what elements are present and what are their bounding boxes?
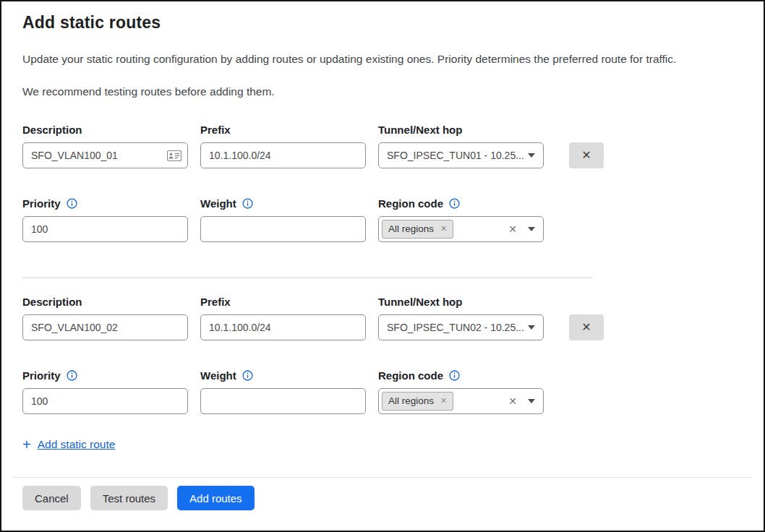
region-tag-label: All regions [388,223,434,234]
description-text-1: Update your static routing configuration… [22,52,743,67]
priority-info-icon[interactable] [67,370,77,381]
priority-input-1[interactable] [22,216,188,242]
weight-info-icon[interactable] [242,370,253,381]
field-description-2: Description [22,296,188,340]
chevron-down-icon [528,399,535,403]
field-tunnel-1: Tunnel/Next hop SFO_IPSEC_TUN01 - 10.25.… [378,124,544,168]
region-tag-chip: All regions ✕ [382,220,453,239]
chevron-down-icon [528,325,535,330]
region-code-label: Region code [378,197,443,210]
remove-tag-icon[interactable]: ✕ [440,224,447,233]
route-divider [22,277,593,278]
page-title: Add static routes [22,13,743,33]
field-region-2: Region code All regions ✕ [378,369,544,414]
chevron-down-icon [528,153,535,158]
field-prefix-1: Prefix [200,124,366,168]
tunnel-selected-value: SFO_IPSEC_TUN01 - 10.25... [387,150,528,161]
priority-input-2[interactable] [22,388,188,414]
weight-label: Weight [200,369,236,382]
field-priority-1: Priority [22,197,188,242]
priority-info-icon[interactable] [67,198,77,209]
dialog-footer: Cancel Test routes Add routes [14,477,751,531]
field-prefix-2: Prefix [200,296,366,340]
dialog-content: Add static routes Update your static rou… [1,1,764,452]
description-label: Description [22,296,188,308]
route-entry-2: Description Prefix Tunnel/Next hop SFO_I… [22,296,743,414]
delete-route-button-2[interactable]: ✕ [569,314,604,340]
tunnel-select-1[interactable]: SFO_IPSEC_TUN01 - 10.25... [378,142,544,168]
field-description-1: Description [22,124,188,168]
field-weight-2: Weight [200,369,366,414]
weight-label: Weight [200,197,236,210]
region-code-label: Region code [378,369,443,382]
description-text-2: We recommend testing routes before addin… [22,85,743,100]
tunnel-next-hop-label: Tunnel/Next hop [378,124,544,136]
prefix-label: Prefix [200,296,366,308]
add-routes-button[interactable]: Add routes [177,486,255,510]
region-multiselect-1[interactable]: All regions ✕ ✕ [378,216,544,242]
cancel-button[interactable]: Cancel [22,486,81,510]
delete-route-button-1[interactable]: ✕ [569,142,604,168]
region-multiselect-2[interactable]: All regions ✕ ✕ [378,388,544,414]
description-input-1[interactable] [22,142,188,168]
prefix-input-1[interactable] [200,142,366,168]
add-static-route-row: + Add static route [22,437,743,452]
plus-icon: + [22,437,31,452]
route-entry-1: Description [22,124,743,242]
clear-selection-icon[interactable]: ✕ [508,223,517,235]
priority-label: Priority [22,369,61,382]
chevron-down-icon [528,227,535,231]
tunnel-select-2[interactable]: SFO_IPSEC_TUN02 - 10.25... [378,314,544,340]
description-input-2[interactable] [22,314,188,340]
weight-input-1[interactable] [200,216,366,242]
clear-selection-icon[interactable]: ✕ [508,395,517,407]
region-tag-label: All regions [388,395,434,406]
region-info-icon[interactable] [449,370,460,381]
priority-label: Priority [22,197,61,210]
field-tunnel-2: Tunnel/Next hop SFO_IPSEC_TUN02 - 10.25.… [378,296,544,340]
field-weight-1: Weight [200,197,366,242]
field-region-1: Region code All regions ✕ [378,197,544,242]
test-routes-button[interactable]: Test routes [90,486,168,510]
add-static-route-link[interactable]: Add static route [38,438,116,451]
autofill-contact-card-icon[interactable] [167,150,181,164]
region-tag-chip: All regions ✕ [382,392,453,411]
prefix-input-2[interactable] [200,314,366,340]
prefix-label: Prefix [200,124,366,136]
region-info-icon[interactable] [449,198,460,209]
field-priority-2: Priority [22,369,188,414]
weight-info-icon[interactable] [242,198,253,209]
tunnel-selected-value: SFO_IPSEC_TUN02 - 10.25... [387,322,528,333]
tunnel-next-hop-label: Tunnel/Next hop [378,296,544,308]
description-label: Description [22,124,188,136]
weight-input-2[interactable] [200,388,366,414]
add-static-routes-dialog: Add static routes Update your static rou… [0,0,765,532]
remove-tag-icon[interactable]: ✕ [440,396,447,406]
